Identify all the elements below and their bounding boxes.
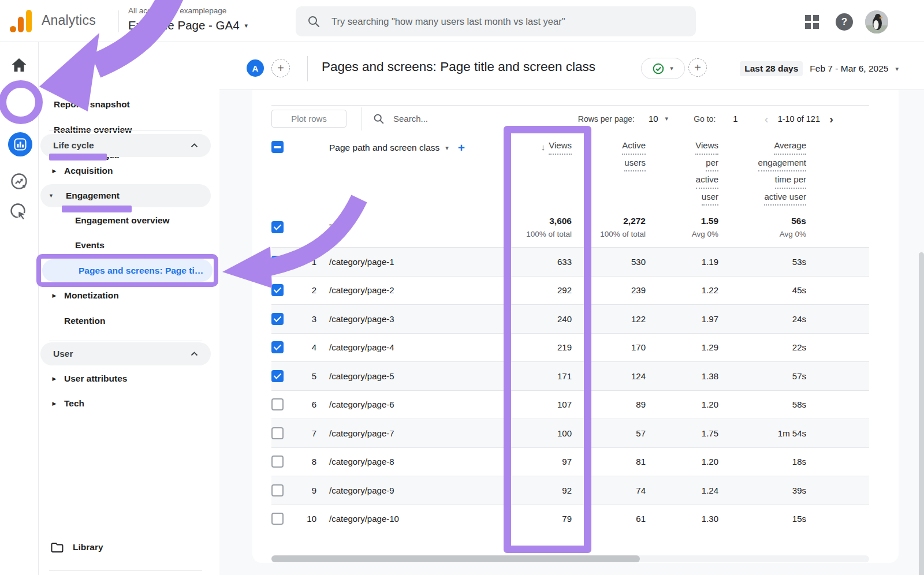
chevron-down-icon: ▾	[670, 65, 673, 72]
nav-user-attributes[interactable]: User attributes	[64, 368, 127, 389]
property-selector[interactable]: Example Page - GA4 ▾	[128, 18, 248, 32]
select-all-checkbox[interactable]	[271, 141, 284, 153]
avg-engagement-column-header-line2[interactable]: engagement	[758, 156, 806, 172]
add-comparison-button[interactable]: +	[271, 59, 290, 77]
table-row[interactable]: 7 /category/page-7 100 57 1.75 1m 54s	[271, 419, 869, 447]
horizontal-scrollbar-thumb[interactable]	[271, 555, 640, 562]
goto-page-input[interactable]: 1	[733, 114, 737, 124]
total-row-checkbox[interactable]	[271, 221, 284, 233]
analytics-logo-icon[interactable]	[8, 7, 36, 35]
nav-library[interactable]: Library	[51, 537, 103, 558]
views-per-user-column-header-line3[interactable]: active	[696, 173, 718, 189]
rows-per-page-select[interactable]: 10	[649, 114, 658, 124]
dimension-header[interactable]: Page path and screen class	[329, 143, 439, 153]
next-page-icon[interactable]: ›	[829, 113, 833, 125]
page-title: Pages and screens: Page title and screen…	[322, 59, 595, 74]
row-checkbox[interactable]	[271, 513, 284, 525]
nav-monetization[interactable]: Monetization	[64, 285, 119, 306]
table-row[interactable]: 10 /category/page-10 79 61 1.30 15s	[271, 505, 869, 533]
nav-events[interactable]: Events	[75, 235, 105, 256]
breadcrumb-current[interactable]: examplepage	[180, 6, 226, 15]
add-dimension-icon[interactable]: +	[458, 141, 465, 155]
views-column-header[interactable]: Views	[549, 139, 572, 155]
row-checkbox[interactable]	[271, 455, 284, 468]
breadcrumb-root[interactable]: All accounts	[128, 6, 170, 15]
home-icon[interactable]	[12, 58, 27, 72]
table-row[interactable]: 5 /category/page-5 171 124 1.38 57s	[271, 361, 869, 390]
row-checkbox[interactable]	[271, 484, 284, 496]
row-checkbox[interactable]	[271, 427, 284, 439]
expand-right-icon[interactable]: ▶	[49, 401, 59, 406]
table-row[interactable]: 1 /category/page-1 633 530 1.19 53s	[271, 247, 869, 276]
nav-engagement[interactable]: ▼ Engagement	[40, 184, 211, 207]
views-value: 107	[479, 399, 572, 409]
row-checkbox[interactable]	[271, 256, 284, 268]
views-per-user-column-header-line2[interactable]: per	[706, 156, 718, 172]
nav-pages-and-screens-selected[interactable]: Pages and screens: Page ti…	[42, 259, 213, 282]
nav-tech[interactable]: Tech	[64, 393, 84, 414]
prev-page-icon[interactable]: ‹	[765, 113, 769, 125]
global-search-input[interactable]	[331, 16, 684, 27]
nav-section-life-cycle[interactable]: Life cycle	[40, 134, 211, 157]
apps-grid-icon[interactable]	[805, 15, 819, 29]
section-label: User	[53, 349, 73, 359]
vertical-scrollbar[interactable]	[919, 252, 924, 575]
expand-right-icon[interactable]: ▶	[49, 293, 59, 298]
row-checkbox[interactable]	[271, 370, 284, 382]
breadcrumb[interactable]: All accounts › examplepage	[128, 6, 226, 15]
date-range-picker[interactable]: Last 28 days Feb 7 - Mar 6, 2025 ▾	[740, 61, 899, 76]
horizontal-scrollbar-track[interactable]	[271, 555, 869, 562]
active-users-column-header[interactable]: Active	[622, 139, 646, 155]
nav-engagement-overview[interactable]: Engagement overview	[75, 210, 170, 231]
row-checkbox[interactable]	[271, 284, 284, 296]
nav-retention[interactable]: Retention	[64, 311, 105, 331]
page-path: /category/page-8	[316, 457, 479, 466]
avatar[interactable]	[865, 10, 888, 33]
table-row[interactable]: 4 /category/page-4 219 170 1.29 22s	[271, 333, 869, 362]
chevron-down-icon[interactable]: ▾	[665, 115, 669, 122]
expand-right-icon[interactable]: ▶	[49, 376, 59, 382]
help-icon[interactable]: ?	[836, 13, 853, 31]
nav-acquisition[interactable]: Acquisition	[64, 160, 113, 181]
row-checkbox[interactable]	[271, 341, 284, 353]
row-index: 3	[296, 314, 316, 324]
reports-nav-icon[interactable]	[8, 132, 32, 156]
report-header: A + Pages and screens: Page title and sc…	[219, 42, 924, 90]
chevron-down-icon[interactable]: ▾	[445, 144, 449, 152]
nav-section-user[interactable]: User	[40, 342, 211, 365]
avg-engagement-column-header-line3[interactable]: time per	[775, 173, 806, 189]
table-row[interactable]: 8 /category/page-8 97 81 1.20 18s	[271, 447, 869, 476]
nav-reports-snapshot[interactable]: Reports snapshot	[54, 94, 130, 115]
explore-icon[interactable]	[10, 172, 28, 191]
table-row[interactable]: 6 /category/page-6 107 89 1.20 58s	[271, 390, 869, 419]
table-search-input[interactable]	[393, 114, 468, 124]
views-per-user-column-header[interactable]: Views	[695, 139, 718, 155]
active-users-column-header-line2[interactable]: users	[624, 156, 646, 172]
property-name: Example Page - GA4	[128, 18, 240, 32]
table-toolbar: Plot rows Rows per page: 10 ▾ Go to: 1 ‹…	[271, 105, 869, 132]
table-row[interactable]: 2 /category/page-2 292 239 1.22 45s	[271, 276, 869, 305]
row-checkbox[interactable]	[271, 313, 284, 325]
add-report-button[interactable]: +	[688, 58, 707, 77]
advertising-icon[interactable]	[10, 203, 28, 222]
expand-right-icon[interactable]: ▶	[49, 168, 59, 174]
views-per-user-value: 1.20	[646, 457, 718, 466]
views-per-user-column-header-line4[interactable]: user	[702, 190, 718, 206]
plot-rows-button[interactable]: Plot rows	[271, 110, 346, 128]
report-status-pill[interactable]: ▾	[641, 58, 685, 79]
active-users-value: 124	[572, 371, 646, 381]
date-preset-chip: Last 28 days	[740, 61, 803, 76]
chevron-down-icon: ▾	[245, 22, 248, 29]
row-checkbox[interactable]	[271, 398, 284, 410]
sort-desc-icon[interactable]: ↓	[541, 140, 546, 155]
avg-engagement-column-header-line4[interactable]: active user	[764, 190, 806, 206]
table-search[interactable]	[373, 113, 468, 124]
global-search[interactable]	[296, 6, 696, 36]
report-variant-badge[interactable]: A	[247, 59, 264, 77]
table-row[interactable]: 3 /category/page-3 240 122 1.97 24s	[271, 304, 869, 333]
avg-engagement-column-header[interactable]: Average	[774, 139, 806, 155]
nav-engagement-label: Engagement	[66, 191, 120, 201]
total-views-sub: 100% of total	[479, 230, 572, 238]
page-path: /category/page-9	[316, 486, 479, 495]
table-row[interactable]: 9 /category/page-9 92 74 1.24 39s	[271, 476, 869, 505]
